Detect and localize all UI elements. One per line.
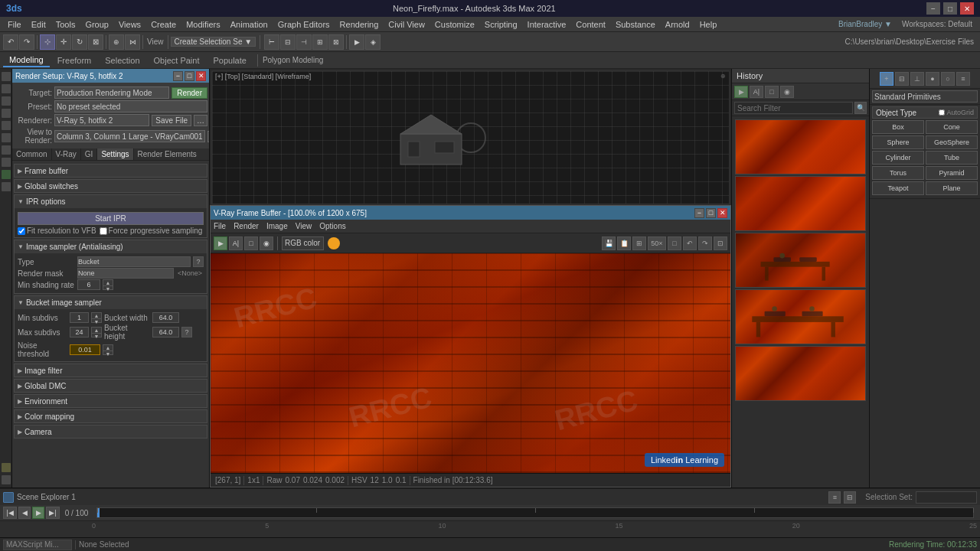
toggle-btn[interactable]: ⊞: [312, 34, 328, 50]
maximize-btn[interactable]: □: [943, 2, 957, 15]
hist-thumb-3[interactable]: [735, 233, 866, 288]
hist-btn-1[interactable]: ▶: [734, 86, 748, 98]
fit-resolution-label[interactable]: Fit resolution to VFB: [18, 227, 96, 235]
menu-edit[interactable]: Edit: [27, 19, 51, 30]
start-ipr-btn[interactable]: Start IPR: [18, 212, 204, 225]
menu-views[interactable]: Views: [114, 19, 145, 30]
vfb-max-btn[interactable]: □: [706, 208, 716, 218]
rs-render-btn[interactable]: Render: [172, 87, 207, 99]
select-btn[interactable]: ⊹: [40, 34, 55, 50]
menu-interactive[interactable]: Interactive: [523, 19, 571, 30]
left-icon-1[interactable]: [2, 72, 11, 81]
bucket-height-input[interactable]: [152, 327, 179, 337]
menu-graph-editors[interactable]: Graph Editors: [273, 19, 335, 30]
max-subdivs-spinner[interactable]: ▲ ▼: [91, 327, 102, 337]
menu-animation[interactable]: Animation: [226, 19, 273, 30]
history-search-btn[interactable]: 🔍: [854, 102, 867, 114]
move-btn[interactable]: ✛: [56, 34, 71, 50]
scene-explorer-btn-1[interactable]: ≡: [828, 491, 841, 504]
hist-btn-3[interactable]: □: [765, 86, 779, 98]
rs-tab-render-elements[interactable]: Render Elements: [134, 148, 201, 160]
section-global-switches-header[interactable]: ▶ Global switches: [15, 180, 207, 192]
rs-close-btn[interactable]: ✕: [196, 71, 206, 81]
vfb-sq-btn[interactable]: □: [668, 236, 681, 250]
viewport-layout-btn[interactable]: ⊠: [328, 34, 344, 50]
cmd-create-btn[interactable]: +: [880, 72, 893, 86]
left-icon-bottom-1[interactable]: [2, 463, 11, 472]
vfb-undo-btn[interactable]: ↶: [683, 236, 697, 250]
render-frame-btn[interactable]: ▶: [349, 34, 364, 50]
vfb-circle-btn[interactable]: ◉: [260, 236, 273, 250]
hist-btn-4[interactable]: ◉: [780, 86, 794, 98]
timeline-play-btn[interactable]: ▶: [32, 507, 44, 519]
section-color-mapping-header[interactable]: ▶ Color mapping: [15, 410, 207, 422]
menu-create[interactable]: Create: [146, 19, 181, 30]
pyramid-btn[interactable]: Pyramid: [926, 166, 978, 180]
undo-btn[interactable]: ↶: [3, 34, 18, 50]
max-subdivs-input[interactable]: [70, 327, 89, 337]
vfb-menu-view[interactable]: View: [296, 222, 312, 230]
left-icon-4[interactable]: [2, 109, 11, 118]
noise-threshold-input[interactable]: [70, 344, 100, 355]
section-camera-header[interactable]: ▶ Camera: [15, 425, 207, 438]
menu-tools[interactable]: Tools: [51, 19, 80, 30]
vfb-lens-btn[interactable]: □: [244, 236, 258, 250]
vfb-50x-btn[interactable]: 50×: [648, 236, 666, 250]
menu-group[interactable]: Group: [80, 19, 113, 30]
tube-btn[interactable]: Tube: [926, 151, 978, 165]
left-icon-6[interactable]: [2, 133, 11, 142]
vfb-play-btn[interactable]: ▶: [214, 236, 227, 250]
align-left-btn[interactable]: ⊢: [264, 34, 279, 50]
left-icon-10[interactable]: [2, 182, 11, 191]
rs-lock-btn[interactable]: 🔒: [207, 131, 210, 142]
vfb-cross-btn[interactable]: ⊡: [714, 236, 727, 250]
section-ipr-header[interactable]: ▼ IPR options: [15, 195, 207, 207]
vfb-color-dot[interactable]: [328, 237, 340, 249]
menu-customize[interactable]: Customize: [430, 19, 479, 30]
section-image-sampler-header[interactable]: ▼ Image sampler (Antialiasing): [15, 240, 207, 253]
hist-thumb-4[interactable]: [735, 289, 866, 344]
vfb-menu-file[interactable]: File: [214, 222, 226, 230]
menu-rendering[interactable]: Rendering: [335, 19, 384, 30]
auto-grid-check[interactable]: [939, 109, 945, 116]
rs-target-select[interactable]: Production Rendering Mode: [54, 86, 169, 99]
selection-set-input[interactable]: [916, 491, 977, 504]
menu-content[interactable]: Content: [571, 19, 610, 30]
vfb-channel-select[interactable]: RGB color: [282, 236, 324, 250]
hist-thumb-2[interactable]: [735, 176, 866, 231]
tab-modeling[interactable]: Modeling: [3, 54, 50, 67]
vfb-menu-options[interactable]: Options: [319, 222, 345, 230]
align-right-btn[interactable]: ⊣: [296, 34, 312, 50]
vfb-save-btn[interactable]: 💾: [602, 236, 616, 250]
menu-scripting[interactable]: Scripting: [480, 19, 522, 30]
user-account[interactable]: BrianBradley ▼: [834, 19, 897, 29]
menu-substance[interactable]: Substance: [611, 19, 660, 30]
teapot-btn[interactable]: Teapot: [872, 181, 924, 195]
history-search-input[interactable]: [734, 102, 853, 114]
auto-grid-label[interactable]: AutoGrid: [939, 109, 974, 116]
tab-freeform[interactable]: Freeform: [51, 54, 98, 67]
menu-civil-view[interactable]: Civil View: [384, 19, 429, 30]
rs-save-file-btn[interactable]: Save File: [152, 115, 191, 126]
timeline-play-back-btn[interactable]: ◀: [18, 507, 31, 519]
tab-selection[interactable]: Selection: [99, 54, 145, 67]
torus-btn[interactable]: Torus: [872, 166, 924, 180]
vfb-grid-btn[interactable]: ⊞: [632, 236, 646, 250]
vfb-copy-btn[interactable]: 📋: [617, 236, 631, 250]
rs-view-select[interactable]: Column 3, Column 1 Large - VRayCam001: [54, 130, 205, 142]
left-icon-bottom-2[interactable]: [2, 475, 11, 484]
menu-file[interactable]: File: [3, 19, 26, 30]
create-selection-btn[interactable]: Create Selection Se ▼: [171, 37, 256, 47]
close-btn[interactable]: ✕: [960, 2, 974, 15]
force-progressive-label[interactable]: Force progressive sampling: [100, 227, 203, 235]
cylinder-btn[interactable]: Cylinder: [872, 151, 924, 165]
rotate-btn[interactable]: ↻: [72, 34, 87, 50]
cmd-utilities-btn[interactable]: ≡: [956, 72, 970, 86]
snap-btn[interactable]: ⊕: [109, 34, 124, 50]
cmd-hierarchy-btn[interactable]: ⊥: [910, 72, 924, 86]
hist-btn-2[interactable]: A|: [750, 86, 763, 98]
min-subdivs-input[interactable]: [70, 312, 89, 323]
cmd-modify-btn[interactable]: ⊟: [895, 72, 909, 86]
vfb-ab-btn[interactable]: A|: [229, 236, 243, 250]
min-subdivs-spinner[interactable]: ▲ ▼: [91, 312, 102, 323]
